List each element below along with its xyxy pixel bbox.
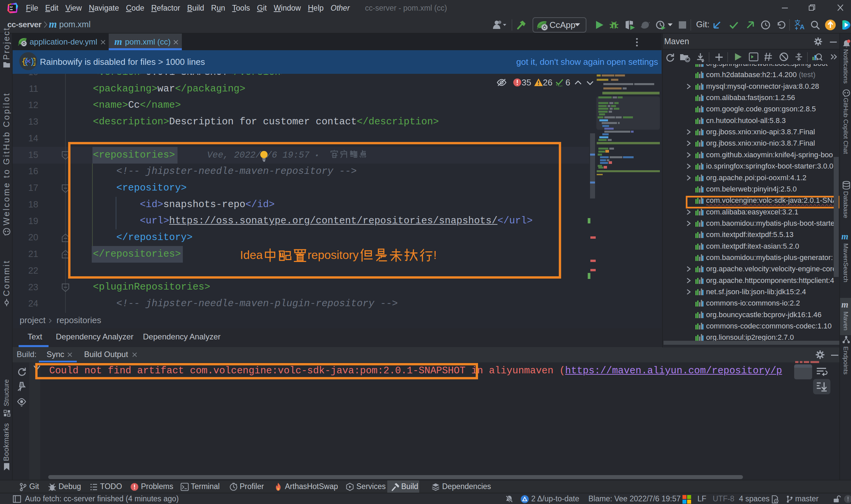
svg-text:(: ( [24,57,29,67]
svg-text:}: } [32,57,35,67]
svg-text:IJ: IJ [10,5,13,8]
svg-text:A: A [800,23,804,31]
